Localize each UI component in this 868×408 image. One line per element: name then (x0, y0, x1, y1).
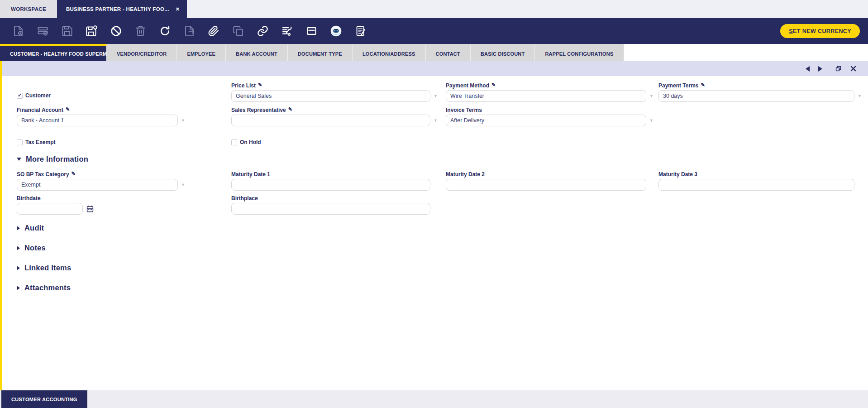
tab-bank-account[interactable]: BANK ACCOUNT (226, 44, 288, 61)
edit-pen-icon[interactable]: ✎ (258, 82, 262, 87)
maturity-date-1-input[interactable] (231, 179, 430, 191)
maturity-date-2-input[interactable] (446, 179, 646, 191)
copilot-icon[interactable] (330, 25, 342, 37)
maturity-date-2-label: Maturity Date 2 (446, 171, 658, 178)
tax-exempt-checkbox-label: Tax Exempt (25, 139, 55, 145)
price-list-label: Price List✎ (231, 82, 446, 89)
edit-pen-icon[interactable]: ✎ (701, 82, 705, 87)
section-audit[interactable]: Audit (17, 224, 868, 232)
calendar-icon[interactable] (86, 205, 94, 213)
form-row-2: Financial Account✎ ▼ Sales Representativ… (17, 106, 868, 126)
chevron-down-icon[interactable]: ▼ (434, 94, 438, 98)
tab-vendor-creditor[interactable]: VENDOR/CREDITOR (107, 44, 177, 61)
save-new-icon[interactable] (86, 25, 98, 37)
workspace-tab[interactable]: WORKSPACE (0, 0, 57, 18)
birthdate-input[interactable] (17, 203, 83, 215)
birthplace-label: Birthplace (231, 195, 446, 202)
section-notes[interactable]: Notes (17, 244, 868, 252)
edit-pen-icon[interactable]: ✎ (66, 107, 70, 112)
edit-pen-icon[interactable]: ✎ (288, 107, 292, 112)
next-record-icon[interactable] (818, 66, 822, 72)
form-row-checkboxes: Tax Exempt On Hold (17, 139, 868, 145)
maturity-date-3-label: Maturity Date 3 (658, 171, 868, 178)
collapse-triangle-icon (17, 158, 21, 161)
so-bp-tax-category-input[interactable] (17, 179, 178, 191)
price-list-input[interactable] (231, 90, 430, 102)
payment-method-label: Payment Method✎ (446, 82, 658, 89)
customer-checkbox-field[interactable]: Customer (17, 92, 231, 99)
close-tab-icon[interactable]: ✕ (176, 7, 180, 12)
expand-triangle-icon (17, 286, 20, 290)
customer-checkbox-label: Customer (25, 92, 51, 99)
tab-document-type[interactable]: DOCUMENT TYPE (288, 44, 353, 61)
cancel-icon[interactable] (110, 25, 122, 37)
edit-pen-icon[interactable]: ✎ (72, 171, 76, 176)
close-icon[interactable] (850, 66, 856, 72)
maturity-date-1-label: Maturity Date 1 (231, 171, 446, 178)
attachment-icon[interactable] (208, 25, 220, 37)
section-more-information[interactable]: More Information (17, 155, 868, 163)
delete-icon[interactable] (134, 25, 147, 37)
maximize-icon[interactable] (835, 65, 842, 72)
customer-checkbox[interactable] (17, 93, 23, 99)
refresh-icon[interactable] (159, 25, 171, 37)
section-linked-items-label: Linked Items (24, 264, 71, 272)
chevron-down-icon[interactable]: ▼ (434, 119, 438, 123)
previous-record-icon[interactable] (806, 66, 810, 72)
chevron-down-icon[interactable]: ▼ (181, 183, 185, 187)
chevron-down-icon[interactable]: ▼ (649, 94, 653, 98)
tab-location-address[interactable]: LOCATION/ADDRESS (353, 44, 426, 61)
save-icon[interactable] (61, 25, 73, 37)
business-partner-tab-label: BUSINESS PARTNER - HEALTHY FOO... (66, 6, 169, 12)
set-new-currency-button[interactable]: SET NEW CURRENCY (780, 24, 860, 38)
expand-triangle-icon (17, 226, 20, 230)
tab-customer[interactable]: CUSTOMER - HEALTHY FOOD SUPERM... (0, 44, 107, 61)
tab-contact[interactable]: CONTACT (426, 44, 471, 61)
child-tab-bar: CUSTOMER ACCOUNTING (0, 390, 868, 408)
tab-employee[interactable]: EMPLOYEE (177, 44, 226, 61)
customer-form: Customer Price List✎ ▼ Payment Method✎ (2, 76, 868, 390)
tab-rappel-configurations[interactable]: RAPPEL CONFIGURATIONS (535, 44, 624, 61)
new-row-icon[interactable] (37, 25, 49, 37)
birthplace-input[interactable] (231, 203, 430, 215)
sales-representative-label: Sales Representative✎ (231, 106, 446, 113)
record-navigation-bar (2, 61, 868, 76)
grid-view-icon[interactable] (305, 25, 318, 37)
register-icon[interactable] (354, 25, 367, 37)
section-more-information-label: More Information (26, 155, 88, 163)
financial-account-input[interactable] (17, 115, 178, 126)
tab-basic-discount[interactable]: BASIC DISCOUNT (471, 44, 535, 61)
form-tab-strip: CUSTOMER - HEALTHY FOOD SUPERM... VENDOR… (0, 44, 868, 61)
chevron-down-icon[interactable]: ▼ (181, 119, 185, 123)
new-document-icon[interactable] (12, 25, 24, 37)
on-hold-checkbox-label: On Hold (240, 139, 261, 145)
section-attachments-label: Attachments (24, 283, 71, 292)
invoice-terms-input[interactable] (446, 115, 646, 126)
link-icon[interactable] (257, 25, 269, 37)
on-hold-checkbox[interactable] (231, 139, 237, 145)
maturity-date-3-input[interactable] (658, 179, 854, 191)
business-partner-tab[interactable]: BUSINESS PARTNER - HEALTHY FOO... ✕ (57, 0, 187, 18)
on-hold-checkbox-field[interactable]: On Hold (231, 139, 446, 145)
chevron-down-icon[interactable]: ▼ (649, 119, 653, 123)
expand-triangle-icon (17, 266, 20, 270)
process-icon[interactable] (281, 25, 293, 37)
so-bp-tax-category-label: SO BP Tax Category✎ (17, 171, 231, 178)
chevron-down-icon[interactable]: ▼ (858, 94, 862, 98)
edit-pen-icon[interactable]: ✎ (491, 82, 496, 87)
tax-exempt-checkbox[interactable] (17, 139, 23, 145)
form-row-4: SO BP Tax Category✎ ▼ Maturity Date 1 Ma… (17, 171, 868, 191)
payment-method-input[interactable] (446, 90, 646, 102)
payment-terms-input[interactable] (658, 90, 854, 102)
form-row-5: Birthdate Birthplace (17, 195, 868, 215)
section-linked-items[interactable]: Linked Items (17, 264, 868, 272)
section-audit-label: Audit (24, 224, 44, 232)
section-attachments[interactable]: Attachments (17, 283, 868, 292)
copy-record-icon[interactable] (232, 25, 244, 37)
tax-exempt-checkbox-field[interactable]: Tax Exempt (17, 139, 231, 145)
sales-representative-input[interactable] (231, 115, 430, 126)
expand-triangle-icon (17, 246, 20, 250)
export-icon[interactable] (183, 25, 196, 37)
tab-customer-accounting[interactable]: CUSTOMER ACCOUNTING (1, 390, 87, 408)
section-notes-label: Notes (24, 244, 46, 252)
